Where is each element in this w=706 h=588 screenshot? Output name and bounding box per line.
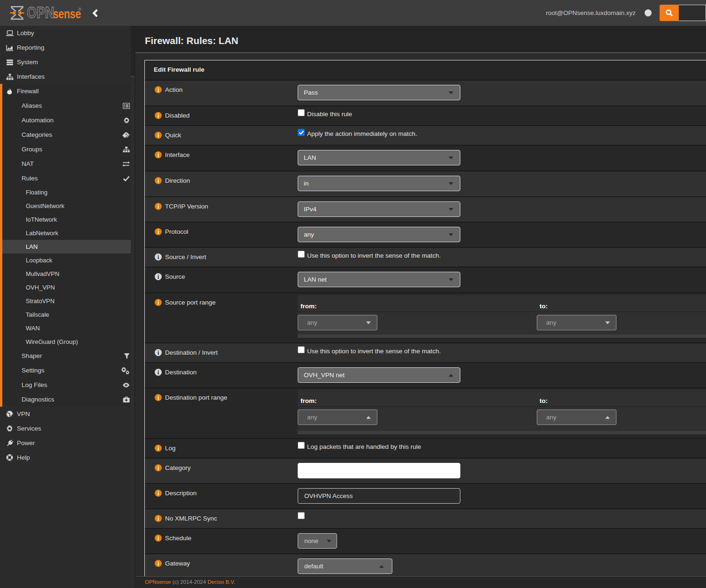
sidebar-item-groups[interactable]: Groups — [0, 142, 135, 156]
info-icon[interactable]: i — [155, 151, 162, 158]
footer-copyright: (c) 2014-2024 — [171, 579, 208, 585]
src-invert-checkbox[interactable] — [298, 251, 305, 258]
info-icon[interactable]: i — [155, 299, 162, 306]
sidebar-item-lan[interactable]: LAN — [0, 240, 135, 253]
info-icon[interactable]: i — [155, 464, 162, 471]
sidebar-item-guestnetwork[interactable]: GuestNetwork — [0, 199, 135, 213]
description-input[interactable] — [298, 488, 460, 504]
info-icon[interactable]: i — [155, 112, 162, 119]
action-select[interactable]: Pass — [298, 85, 460, 100]
sidebar-item-iotnetwork[interactable]: IoTNetwork — [0, 213, 135, 226]
sidebar-item-mullvadvpn[interactable]: MullvadVPN — [0, 267, 135, 281]
log-checkbox-label: Log packets that are handled by this rul… — [307, 443, 421, 450]
row-label-text: TCP/IP Version — [165, 202, 208, 210]
dst-invert-checkbox-label: Use this option to invert the sense of t… — [307, 348, 441, 355]
info-icon[interactable]: i — [155, 490, 162, 497]
sidebar-item-shaper[interactable]: Shaper — [0, 349, 135, 363]
dst-port-horizontal-scrollbar[interactable] — [298, 431, 706, 434]
source-select[interactable]: LAN net — [298, 272, 460, 287]
sidebar-item-vpn[interactable]: VPN — [0, 407, 135, 421]
form-row-gateway: iGatewaydefault — [145, 553, 706, 579]
info-icon[interactable]: i — [155, 394, 162, 401]
sidebar-item-rules[interactable]: Rules — [0, 171, 135, 186]
info-icon[interactable]: i — [155, 369, 162, 376]
info-icon[interactable]: i — [155, 445, 162, 452]
sidebar-item-interfaces[interactable]: Interfaces — [0, 69, 135, 84]
category-input[interactable] — [298, 463, 460, 478]
direction-select[interactable]: in — [298, 176, 460, 191]
dst-port-to-select[interactable]: any — [537, 409, 616, 425]
status-indicator-dot[interactable] — [645, 9, 652, 16]
sidebar-item-log-files[interactable]: Log Files — [0, 378, 135, 392]
form-row-description: iDescription — [145, 483, 706, 508]
row-control-log: Log packets that are handled by this rul… — [298, 439, 706, 458]
info-icon[interactable]: i — [155, 228, 162, 235]
sidebar-item-floating[interactable]: Floating — [0, 186, 135, 199]
info-icon[interactable]: i — [155, 273, 162, 280]
schedule-select[interactable]: none — [298, 533, 337, 549]
ipversion-select[interactable]: IPv4 — [298, 201, 460, 217]
sidebar-item-automation[interactable]: Automation — [0, 113, 135, 127]
sidebar-item-labnetwork[interactable]: LabNetwork — [0, 226, 135, 240]
row-control-direction: in — [298, 171, 706, 196]
row-label-text: Description — [165, 489, 197, 497]
info-icon[interactable]: i — [155, 86, 162, 93]
log-checkbox[interactable] — [298, 442, 305, 449]
gateway-select[interactable]: default — [298, 558, 392, 574]
sidebar-item-wireguard-group[interactable]: WireGuard (Group) — [0, 335, 135, 349]
sidebar-scrollbar-thumb[interactable] — [131, 76, 135, 588]
info-icon[interactable]: i — [155, 177, 162, 184]
disabled-checkbox[interactable] — [298, 109, 305, 116]
sidebar-item-stratovpn[interactable]: StratoVPN — [0, 294, 135, 308]
sidebar-item-system[interactable]: System — [0, 55, 135, 69]
logged-in-user[interactable]: root@OPNsense.luxdomain.xyz — [546, 9, 636, 16]
search-input[interactable] — [679, 5, 706, 21]
sidebar-item-loopback[interactable]: Loopback — [0, 253, 135, 267]
interface-select[interactable]: LAN — [298, 150, 460, 165]
sidebar-item-services[interactable]: Services — [0, 421, 135, 436]
footer-company-link[interactable]: Deciso B.V. — [208, 579, 235, 585]
dst-port-from-select[interactable]: any — [298, 409, 377, 425]
sidebar-item-label: Interfaces — [17, 73, 45, 80]
disabled-checkbox-label: Disable this rule — [307, 111, 352, 118]
src-port-from-select[interactable]: any — [298, 315, 377, 330]
info-icon[interactable]: i — [155, 349, 162, 356]
info-icon[interactable]: i — [155, 253, 162, 261]
sidebar-item-reporting[interactable]: Reporting — [0, 40, 135, 55]
footer-brand-link[interactable]: OPNsense — [145, 579, 171, 585]
protocol-select[interactable]: any — [298, 227, 460, 242]
sidebar-item-settings[interactable]: Settings — [0, 363, 135, 378]
reporting-icon — [6, 45, 14, 51]
sidebar-item-wan[interactable]: WAN — [0, 321, 135, 335]
sidebar-item-categories[interactable]: Categories — [0, 127, 135, 142]
sidebar-item-label: Power — [17, 439, 35, 447]
sidebar-item-lobby[interactable]: Lobby — [0, 26, 135, 40]
form-row-source: iSourceLAN net — [145, 267, 706, 292]
row-control-category — [298, 459, 706, 483]
sidebar-item-tailscale[interactable]: Tailscale — [0, 308, 135, 321]
sidebar-item-diagnostics[interactable]: Diagnostics — [0, 392, 135, 407]
sidebar-item-firewall[interactable]: Firewall — [0, 84, 135, 98]
sidebar-item-power[interactable]: Power — [0, 436, 135, 450]
row-label-text: Destination port range — [165, 394, 227, 401]
info-icon[interactable]: i — [155, 515, 162, 522]
sidebar-scrollbar-track[interactable] — [131, 26, 135, 76]
sidebar-item-aliases[interactable]: Aliases — [0, 98, 135, 113]
src-port-horizontal-scrollbar[interactable] — [298, 335, 706, 338]
search-button[interactable] — [660, 5, 679, 21]
sidebar-collapse-icon[interactable] — [91, 9, 99, 17]
dst-invert-checkbox[interactable] — [298, 346, 305, 353]
quick-checkbox[interactable] — [298, 129, 305, 136]
edit-firewall-rule-panel: Edit Firewall rule iActionPassiDisabledD… — [144, 60, 706, 579]
src-port-to-select[interactable]: any — [537, 315, 616, 330]
services-icon — [6, 425, 14, 432]
info-icon[interactable]: i — [155, 132, 162, 139]
info-icon[interactable]: i — [155, 203, 162, 210]
destination-select[interactable]: OVH_VPN net — [298, 367, 460, 383]
noxmlrpc-checkbox[interactable] — [298, 512, 305, 519]
sidebar-item-help[interactable]: Help — [0, 450, 135, 465]
info-icon[interactable]: i — [155, 560, 162, 567]
sidebar-item-ovh-vpn[interactable]: OVH_VPN — [0, 281, 135, 294]
info-icon[interactable]: i — [155, 535, 162, 542]
sidebar-item-nat[interactable]: NAT — [0, 156, 135, 171]
